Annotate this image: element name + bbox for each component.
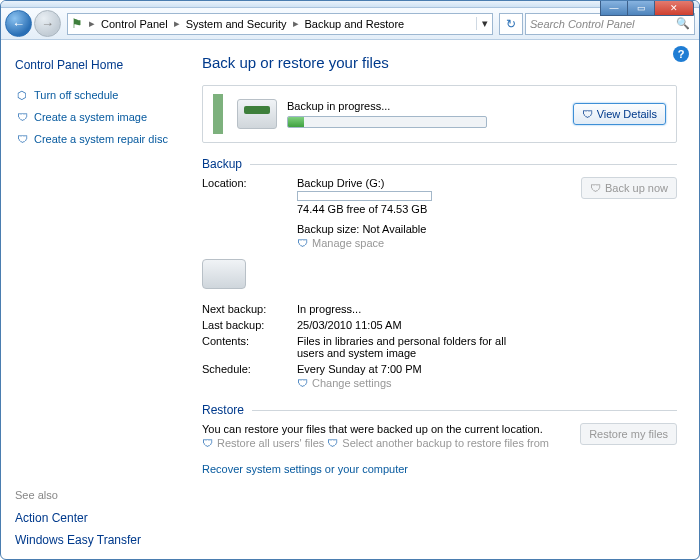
last-backup-value: 25/03/2010 11:05 AM — [297, 319, 567, 331]
select-another-backup-link[interactable]: 🛡Select another backup to restore files … — [327, 437, 549, 449]
breadcrumb-item[interactable]: Control Panel — [98, 14, 171, 34]
help-icon[interactable]: ? — [673, 46, 689, 62]
page-title: Back up or restore your files — [202, 54, 677, 71]
control-panel-home-link[interactable]: Control Panel Home — [15, 58, 176, 72]
progress-stripe — [213, 94, 223, 134]
shield-icon: 🛡 — [590, 182, 601, 194]
breadcrumb-item[interactable]: Backup and Restore — [302, 14, 408, 34]
last-backup-label: Last backup: — [202, 319, 297, 331]
see-also-label: See also — [15, 489, 176, 501]
location-usage-bar — [297, 191, 432, 201]
contents-value: Files in libraries and personal folders … — [297, 335, 517, 359]
restore-all-users-link[interactable]: 🛡Restore all users' files — [202, 437, 324, 449]
backup-now-button: 🛡Back up now — [581, 177, 677, 199]
disk-art-icon — [237, 99, 277, 129]
shield-icon: 🛡 — [297, 377, 308, 389]
search-icon: 🔍 — [676, 17, 690, 30]
recover-system-link[interactable]: Recover system settings or your computer — [202, 463, 408, 475]
shield-icon: 🛡 — [582, 108, 593, 120]
view-details-button[interactable]: 🛡View Details — [573, 103, 666, 125]
maximize-button[interactable]: ▭ — [627, 0, 655, 16]
shield-icon: 🛡 — [327, 437, 338, 449]
forward-button: → — [34, 10, 61, 37]
control-panel-icon: ⚑ — [68, 16, 86, 31]
shield-icon: 🛡 — [15, 110, 29, 124]
breadcrumb-item[interactable]: System and Security — [183, 14, 290, 34]
sidebar-create-system-image[interactable]: 🛡Create a system image — [15, 110, 176, 124]
next-backup-label: Next backup: — [202, 303, 297, 315]
minimize-button[interactable]: — — [600, 0, 628, 16]
restore-my-files-button: Restore my files — [580, 423, 677, 445]
change-settings-link[interactable]: 🛡Change settings — [297, 377, 392, 389]
address-bar[interactable]: ⚑ ▸ Control Panel ▸ System and Security … — [67, 13, 493, 35]
shield-icon: 🛡 — [202, 437, 213, 449]
main-pane: ? Back up or restore your files Backup i… — [186, 40, 699, 559]
sidebar-action-center[interactable]: Action Center — [15, 511, 176, 525]
restore-section-heading: Restore — [202, 403, 677, 417]
refresh-button[interactable]: ↻ — [499, 13, 523, 35]
progress-bar — [287, 116, 487, 128]
sidebar: Control Panel Home ⬡Turn off schedule 🛡C… — [1, 40, 186, 559]
breadcrumb-sep: ▸ — [86, 17, 98, 30]
sidebar-windows-easy-transfer[interactable]: Windows Easy Transfer — [15, 533, 176, 547]
schedule-value: Every Sunday at 7:00 PM — [297, 363, 567, 375]
schedule-icon: ⬡ — [15, 88, 29, 102]
close-button[interactable]: ✕ — [654, 0, 694, 16]
backup-section-heading: Backup — [202, 157, 677, 171]
contents-label: Contents: — [202, 335, 297, 347]
free-space: 74.44 GB free of 74.53 GB — [297, 203, 567, 215]
address-dropdown[interactable]: ▾ — [476, 17, 492, 30]
titlebar: — ▭ ✕ — [1, 1, 699, 8]
next-backup-value: In progress... — [297, 303, 567, 315]
shield-icon: 🛡 — [15, 132, 29, 146]
location-label: Location: — [202, 177, 297, 189]
sidebar-turn-off-schedule[interactable]: ⬡Turn off schedule — [15, 88, 176, 102]
restore-text: You can restore your files that were bac… — [202, 423, 570, 435]
drive-icon — [202, 259, 246, 289]
navbar: ← → ⚑ ▸ Control Panel ▸ System and Secur… — [1, 8, 699, 40]
schedule-label: Schedule: — [202, 363, 297, 375]
manage-space-link[interactable]: 🛡Manage space — [297, 237, 384, 249]
shield-icon: 🛡 — [297, 237, 308, 249]
back-button[interactable]: ← — [5, 10, 32, 37]
location-value: Backup Drive (G:) — [297, 177, 567, 189]
sidebar-create-repair-disc[interactable]: 🛡Create a system repair disc — [15, 132, 176, 146]
progress-text: Backup in progress... — [287, 100, 563, 112]
progress-panel: Backup in progress... 🛡View Details — [202, 85, 677, 143]
backup-size: Backup size: Not Available — [297, 223, 567, 235]
